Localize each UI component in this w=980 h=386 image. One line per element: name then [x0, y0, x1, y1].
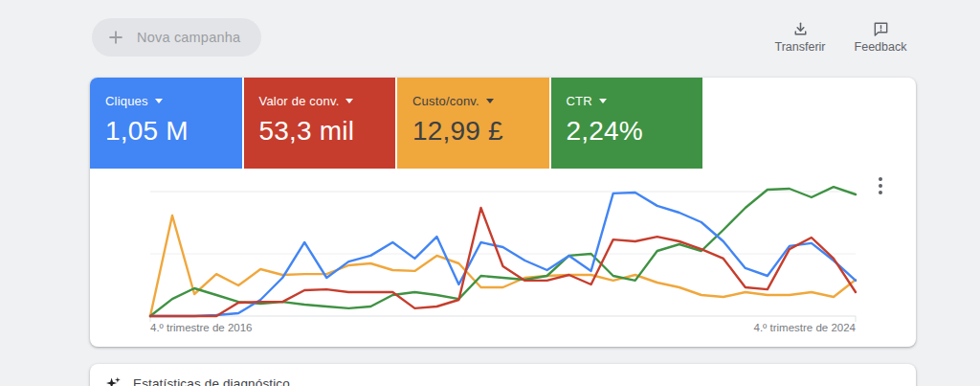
chevron-down-icon: [486, 99, 494, 103]
performance-chart-card: Cliques 1,05 M Valor de conv. 53,3 mil C…: [90, 78, 916, 347]
toolbar-right: Transferir Feedback: [773, 20, 907, 54]
metric-label: Cliques: [105, 94, 148, 108]
diagnostics-card-header[interactable]: Estatísticas de diagnóstico: [90, 364, 916, 386]
overflow-menu-button[interactable]: [872, 172, 889, 199]
download-label: Transferir: [774, 40, 825, 54]
metric-tile-valor-de-conv[interactable]: Valor de conv. 53,3 mil: [244, 78, 396, 169]
new-campaign-button[interactable]: Nova campanha: [92, 18, 261, 57]
diagnostics-title: Estatísticas de diagnóstico: [133, 376, 290, 386]
metric-value: 2,24%: [567, 116, 703, 147]
series-valor-de-conv-: [150, 208, 856, 316]
download-button[interactable]: Transferir: [773, 20, 827, 54]
chevron-down-icon: [345, 99, 353, 103]
metric-value: 12,99 £: [412, 116, 549, 147]
x-axis-end-label: 4.º trimestre de 2024: [754, 322, 856, 333]
plus-icon: [105, 27, 126, 48]
series-ctr: [150, 187, 856, 316]
metric-tile-ctr[interactable]: CTR 2,24%: [551, 78, 703, 169]
metric-value: 1,05 M: [105, 116, 242, 147]
feedback-icon: [872, 20, 890, 38]
chevron-down-icon: [155, 99, 163, 103]
metric-tiles: Cliques 1,05 M Valor de conv. 53,3 mil C…: [90, 78, 702, 169]
sparkle-icon: [104, 375, 122, 386]
download-icon: [791, 20, 810, 38]
chevron-down-icon: [599, 99, 607, 103]
metric-tile-cliques[interactable]: Cliques 1,05 M: [90, 78, 242, 169]
new-campaign-label: Nova campanha: [137, 30, 240, 45]
metric-tile-custo-conv[interactable]: Custo/conv. 12,99 £: [397, 78, 549, 169]
x-axis-start-label: 4.º trimestre de 2016: [150, 322, 252, 333]
diagnostics-card: Estatísticas de diagnóstico: [90, 364, 916, 386]
feedback-button[interactable]: Feedback: [854, 20, 907, 54]
metric-value: 53,3 mil: [259, 116, 396, 147]
metric-label: Custo/conv.: [412, 94, 479, 108]
feedback-label: Feedback: [855, 40, 907, 54]
metric-label: Valor de conv.: [259, 94, 340, 108]
metric-label: CTR: [567, 94, 592, 108]
